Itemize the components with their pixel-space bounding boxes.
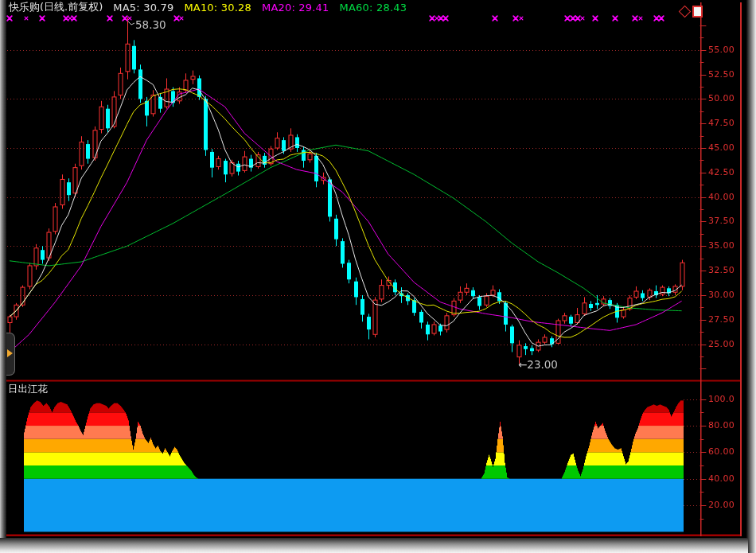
expand-arrow-icon bbox=[7, 349, 13, 357]
chart-canvas[interactable] bbox=[0, 0, 756, 553]
window-left-border bbox=[0, 0, 6, 539]
window-shadow-bottom bbox=[0, 538, 748, 553]
maximize-icon[interactable] bbox=[692, 6, 703, 18]
window-shadow-right bbox=[746, 0, 756, 553]
tdx-chart-window: 快乐购(日线.前复权) MA5: 30.79MA10: 30.28MA20: 2… bbox=[0, 0, 756, 553]
